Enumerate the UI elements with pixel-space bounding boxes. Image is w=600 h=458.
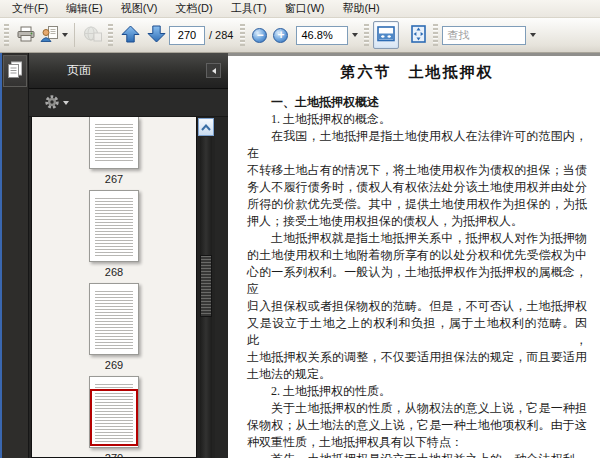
person-document-icon — [40, 26, 60, 44]
search-input[interactable] — [442, 26, 526, 45]
page-total-label: / 284 — [209, 29, 233, 41]
panel-title: 页面 — [67, 62, 91, 79]
text-line: 土地抵押权关系的调整，不仅要适用担保法的规定，而且要适用 — [247, 349, 587, 366]
pages-panel: 页面 267268269270 — [29, 53, 228, 458]
toolbar: / 284 − + — [0, 18, 600, 53]
scrollbar-thumb[interactable] — [200, 255, 212, 317]
text-line: 心的一系列权利。一般认为，土地抵押权作为抵押权的属概念，应 — [247, 264, 587, 298]
chevron-down-icon — [62, 33, 68, 37]
content-area: 页面 267268269270 — [0, 53, 600, 458]
text-line: 土地抵押权就是指土地抵押关系中，抵押权人对作为抵押物 — [247, 230, 587, 247]
text-line: 2. 土地抵押权的性质。 — [247, 383, 587, 400]
menu-item[interactable]: 文件(F) — [3, 0, 57, 19]
page-thumbnail[interactable] — [89, 190, 139, 262]
panel-header: 页面 — [29, 53, 228, 89]
gear-icon — [44, 94, 60, 112]
print-button[interactable] — [13, 21, 39, 49]
fit-width-button[interactable] — [373, 21, 399, 49]
panel-body: 267268269270 — [29, 117, 228, 458]
pages-icon — [7, 61, 23, 81]
toolbar-grip[interactable] — [4, 24, 9, 46]
text-line: 归入担保权或者担保物权的范畴。但是，不可否认，土地抵押权 — [247, 298, 587, 315]
thumbnail-list: 267268269270 — [31, 117, 197, 458]
menu-item[interactable]: 视图(V) — [112, 0, 167, 19]
text-line: 的土地使用权和土地附着物所享有的以处分权和优先受偿权为中 — [247, 247, 587, 264]
chevron-up-icon — [201, 124, 211, 131]
navigation-rail — [2, 53, 29, 458]
chevron-down-icon — [352, 33, 358, 37]
arrow-up-icon — [121, 25, 140, 45]
search-dropdown-button[interactable] — [526, 21, 540, 49]
globe-page-icon — [83, 26, 103, 44]
thumbnail-content — [95, 291, 133, 349]
page-thumbnail[interactable] — [89, 117, 139, 169]
pages-panel-tab[interactable] — [3, 55, 27, 87]
page-title: 第六节 土地抵押权 — [247, 62, 587, 82]
chevron-down-icon — [530, 33, 536, 37]
toolbar-separator — [74, 23, 75, 47]
toolbar-grip[interactable] — [364, 24, 369, 46]
zoom-out-button[interactable]: − — [252, 28, 267, 43]
scrollbar-track[interactable] — [200, 137, 212, 458]
section-heading: 一、土地抵押权概述 — [247, 94, 587, 111]
text-line: 又是设立于土地之上的权利和负担，属于土地权利的范畴。因此， — [247, 315, 587, 349]
visible-area-box[interactable] — [90, 389, 138, 446]
toolbar-grip[interactable] — [240, 24, 245, 46]
chevron-down-icon — [63, 101, 69, 105]
toolbar-grip[interactable] — [433, 24, 438, 46]
panel-options-row — [29, 89, 228, 117]
thumbnail-content — [95, 198, 133, 256]
text-line: 种双重性质，土地抵押权具有以下特点： — [247, 434, 587, 451]
thumbnail-scrollbar — [197, 117, 215, 458]
triangle-left-icon — [210, 67, 218, 75]
toolbar-grip[interactable] — [108, 24, 113, 46]
text-line: 土地法的规定。 — [247, 366, 587, 383]
text-line: 关于土地抵押权的性质，从物权法的意义上说，它是一种担 — [247, 400, 587, 417]
menu-item[interactable]: 帮助(H) — [333, 0, 388, 19]
fit-page-button[interactable] — [405, 21, 431, 49]
text-line: 1. 土地抵押权的概念。 — [247, 111, 587, 128]
document-text: 一、土地抵押权概述1. 土地抵押权的概念。在我国，土地抵押是指土地使用权人在法律… — [247, 94, 587, 458]
text-line: 所得的价款优先受偿。其中，提供土地使用权作为担保的，为抵 — [247, 196, 587, 213]
thumbnail-content — [95, 124, 133, 163]
menubar: 文件(F)编辑(E)视图(V)文档(D)工具(T)窗口(W)帮助(H) — [0, 0, 600, 18]
zoom-dropdown-button[interactable] — [348, 21, 362, 49]
arrow-down-icon — [147, 25, 166, 45]
text-line: 在我国，土地抵押是指土地使用权人在法律许可的范围内，在 — [247, 128, 587, 162]
options-gear-button[interactable] — [44, 94, 69, 112]
menu-item[interactable]: 文档(D) — [166, 0, 221, 19]
text-line: 不转移土地占有的情况下，将土地使用权作为债权的担保；当债 — [247, 162, 587, 179]
text-line: 保物权；从土地法的意义上说，它是一种土地他项权利。由于这 — [247, 417, 587, 434]
menu-item[interactable]: 窗口(W) — [276, 0, 334, 19]
text-line: 务人不履行债务时，债权人有权依法处分该土地使用权并由处分 — [247, 179, 587, 196]
page-thumbnail[interactable] — [89, 376, 139, 448]
printer-icon — [17, 26, 35, 44]
text-line: 首先，土地抵押权是设立于土地权益之上的一种合法权利，它 — [247, 451, 587, 458]
share-review-button[interactable] — [39, 21, 69, 49]
page-number-input[interactable] — [169, 26, 205, 45]
zoom-level-input[interactable] — [296, 26, 348, 45]
zoom-in-button[interactable]: + — [273, 28, 288, 43]
next-page-button[interactable] — [143, 21, 169, 49]
thumbnail-page-number: 267 — [105, 173, 123, 186]
fit-width-icon — [377, 26, 395, 44]
thumbnail-page-number: 268 — [105, 266, 123, 279]
scroll-up-button[interactable] — [198, 118, 214, 136]
page-thumbnail[interactable] — [89, 283, 139, 355]
menu-item[interactable]: 工具(T) — [222, 0, 276, 19]
thumbnail-page-number: 270 — [105, 452, 123, 458]
text-line: 押人；接受土地使用权担保的债权人，为抵押权人。 — [247, 213, 587, 230]
previous-page-button[interactable] — [117, 21, 143, 49]
fit-page-icon — [411, 25, 426, 45]
web-capture-button — [80, 21, 106, 49]
thumbnail-page-number: 269 — [105, 359, 123, 372]
collapse-panel-button[interactable] — [206, 63, 221, 78]
document-page[interactable]: 第六节 土地抵押权 一、土地抵押权概述1. 土地抵押权的概念。在我国，土地抵押是… — [228, 53, 600, 458]
menu-item[interactable]: 编辑(E) — [57, 0, 112, 19]
